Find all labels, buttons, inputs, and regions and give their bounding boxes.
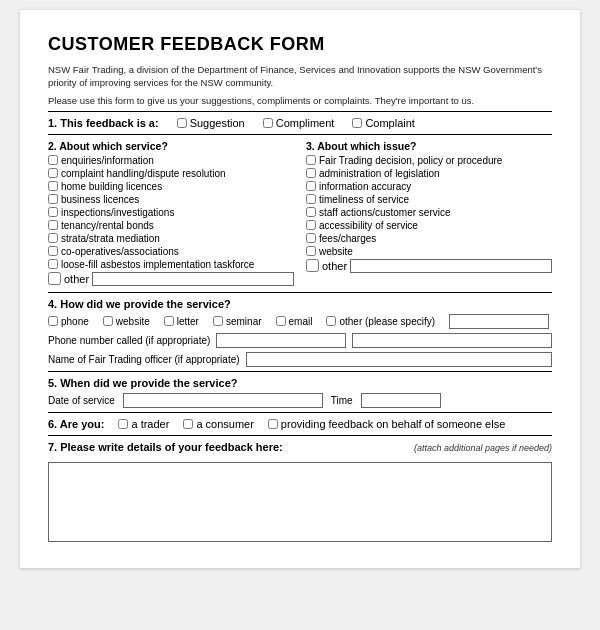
s3-item-3[interactable]: timeliness of service	[306, 194, 552, 205]
section5: 5. When did we provide the service? Date…	[48, 372, 552, 413]
checkbox-suggestion[interactable]	[177, 118, 187, 128]
date-label: Date of service	[48, 395, 115, 406]
s2-other-checkbox[interactable]	[48, 272, 61, 285]
section2-header: 2. About which service?	[48, 140, 294, 152]
s4-letter[interactable]: letter	[164, 316, 199, 327]
section7: 7. Please write details of your feedback…	[48, 436, 552, 548]
section3-header: 3. About which issue?	[306, 140, 552, 152]
s2-other-input[interactable]	[92, 272, 294, 286]
section1-label: 1. This feedback is a:	[48, 117, 159, 129]
s2-item-4[interactable]: inspections/investigations	[48, 207, 294, 218]
s2-item-1[interactable]: complaint handling/dispute resolution	[48, 168, 294, 179]
date-input[interactable]	[123, 393, 323, 408]
section7-header-row: 7. Please write details of your feedback…	[48, 441, 552, 457]
s3-other-label: other	[322, 260, 347, 272]
s2-other-label: other	[64, 273, 89, 285]
s2-item-5[interactable]: tenancy/rental bonds	[48, 220, 294, 231]
section5-header: 5. When did we provide the service?	[48, 377, 552, 389]
s3-item-4[interactable]: staff actions/customer service	[306, 207, 552, 218]
option-compliment[interactable]: Compliment	[263, 117, 335, 129]
section4-header: 4. How did we provide the service?	[48, 298, 552, 310]
s4-other[interactable]: other (please specify)	[326, 316, 435, 327]
feedback-textarea[interactable]	[48, 462, 552, 542]
section6: 6. Are you: a trader a consumer providin…	[48, 413, 552, 436]
s2-item-6[interactable]: strata/strata mediation	[48, 233, 294, 244]
s4-other-specify-input[interactable]	[449, 314, 549, 329]
suggestion-label: Suggestion	[190, 117, 245, 129]
option-complaint[interactable]: Complaint	[352, 117, 415, 129]
checkbox-complaint[interactable]	[352, 118, 362, 128]
section2: 2. About which service? enquiries/inform…	[48, 135, 294, 286]
officer-name-row: Name of Fair Trading officer (if appropr…	[48, 352, 552, 367]
s6-consumer[interactable]: a consumer	[183, 418, 253, 430]
s3-item-5[interactable]: accessibility of service	[306, 220, 552, 231]
s2-item-2[interactable]: home building licences	[48, 181, 294, 192]
phone-number-input[interactable]	[216, 333, 346, 348]
officer-label: Name of Fair Trading officer (if appropr…	[48, 354, 240, 365]
checkbox-compliment[interactable]	[263, 118, 273, 128]
s3-other-checkbox[interactable]	[306, 259, 319, 272]
time-label: Time	[331, 395, 353, 406]
phone-number-row: Phone number called (if appropriate)	[48, 333, 552, 348]
s3-other-row: other	[306, 259, 552, 273]
s2-item-0[interactable]: enquiries/information	[48, 155, 294, 166]
date-time-row: Date of service Time	[48, 393, 552, 408]
intro-text-2: Please use this form to give us your sug…	[48, 94, 552, 107]
s3-item-6[interactable]: fees/charges	[306, 233, 552, 244]
section7-label: 7. Please write details of your feedback…	[48, 441, 283, 453]
attach-note: (attach additional pages if needed)	[414, 443, 552, 453]
s2-item-7[interactable]: co-operatives/associations	[48, 246, 294, 257]
option-suggestion[interactable]: Suggestion	[177, 117, 245, 129]
s2-item-3[interactable]: business licences	[48, 194, 294, 205]
s2-item-8[interactable]: loose-fill asbestos implementation taskf…	[48, 259, 294, 270]
s6-behalf[interactable]: providing feedback on behalf of someone …	[268, 418, 505, 430]
s6-trader[interactable]: a trader	[118, 418, 169, 430]
time-input[interactable]	[361, 393, 441, 408]
s2-other-row: other	[48, 272, 294, 286]
intro-text-1: NSW Fair Trading, a division of the Depa…	[48, 63, 552, 90]
s3-item-0[interactable]: Fair Trading decision, policy or procedu…	[306, 155, 552, 166]
section4: 4. How did we provide the service? phone…	[48, 293, 552, 372]
sections-2-3: 2. About which service? enquiries/inform…	[48, 135, 552, 293]
s3-other-input[interactable]	[350, 259, 552, 273]
complaint-label: Complaint	[365, 117, 415, 129]
s3-item-2[interactable]: information accuracy	[306, 181, 552, 192]
s4-phone[interactable]: phone	[48, 316, 89, 327]
page-title: CUSTOMER FEEDBACK FORM	[48, 34, 552, 55]
s3-item-1[interactable]: administration of legislation	[306, 168, 552, 179]
section3: 3. About which issue? Fair Trading decis…	[306, 135, 552, 286]
s3-item-7[interactable]: website	[306, 246, 552, 257]
s4-seminar[interactable]: seminar	[213, 316, 262, 327]
section1-row: 1. This feedback is a: Suggestion Compli…	[48, 111, 552, 135]
phone-label: Phone number called (if appropriate)	[48, 335, 210, 346]
s4-email[interactable]: email	[276, 316, 313, 327]
phone-number-input2[interactable]	[352, 333, 552, 348]
feedback-form: CUSTOMER FEEDBACK FORM NSW Fair Trading,…	[20, 10, 580, 568]
officer-name-input[interactable]	[246, 352, 552, 367]
compliment-label: Compliment	[276, 117, 335, 129]
s4-website[interactable]: website	[103, 316, 150, 327]
section6-label: 6. Are you:	[48, 418, 104, 430]
section4-options: phone website letter seminar email other…	[48, 314, 552, 329]
